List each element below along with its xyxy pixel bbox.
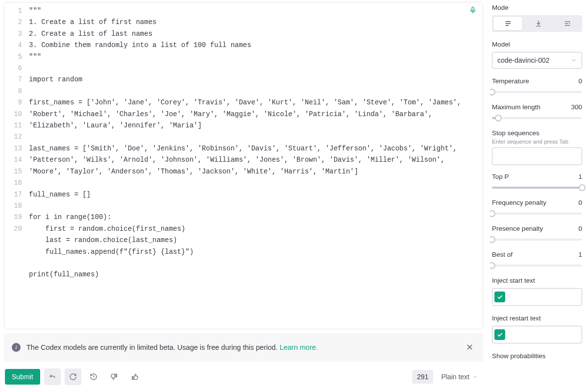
undo-button[interactable] [44,368,61,385]
token-count: 291 [412,370,433,384]
freq-slider[interactable] [492,210,582,217]
inject-restart-label: Inject restart text [492,315,582,322]
inject-start-checkbox[interactable] [494,292,505,302]
bestof-slider[interactable] [492,262,582,269]
thumbs-up-button[interactable] [126,368,143,385]
show-probabilities-label: Show probabilities [492,352,582,360]
bestof-param: Best of1 [492,251,582,269]
settings-sidebar: Mode Model code-davinci-002 Temperature0… [490,0,588,390]
thumbs-down-button[interactable] [106,368,122,385]
inject-start-row[interactable] [492,288,582,306]
inject-restart-input[interactable] [508,331,588,339]
temperature-param: Temperature0 [492,77,582,96]
info-banner: i The Codex models are currently in limi… [4,333,483,362]
temperature-slider[interactable] [492,89,582,96]
code-editor[interactable]: 1234567891011121314151617181920 """1. Cr… [4,2,483,329]
mode-toggle[interactable] [492,15,582,32]
freq-param: Frequency penalty0 [492,199,582,217]
maxlength-slider[interactable] [492,115,582,122]
learn-more-link[interactable]: Learn more. [280,343,318,351]
code-content[interactable]: """1. Create a list of first names2. Cre… [26,2,483,329]
inject-start-input[interactable] [508,293,588,301]
stop-param: Stop sequences Enter sequence and press … [492,129,582,165]
line-number-gutter: 1234567891011121314151617181920 [4,2,26,329]
submit-button[interactable]: Submit [5,369,40,385]
history-button[interactable] [85,368,102,385]
chevron-down-icon [472,374,478,380]
model-select[interactable]: code-davinci-002 [492,52,582,69]
pres-param: Presence penalty0 [492,225,582,243]
inject-start-label: Inject start text [492,277,582,284]
chevron-down-icon [571,57,577,63]
model-label: Model [492,41,582,48]
topp-param: Top P1 [492,173,582,191]
format-select[interactable]: Plain text [437,370,482,384]
mode-complete-icon[interactable] [493,17,522,30]
svg-rect-0 [472,7,474,11]
regenerate-button[interactable] [65,368,81,385]
mode-label: Mode [492,4,582,11]
mode-edit-icon[interactable] [553,15,582,32]
banner-text: The Codex models are currently in limite… [26,343,318,351]
microphone-icon[interactable] [469,6,477,16]
mode-insert-icon[interactable] [524,15,553,32]
stop-input[interactable] [492,147,582,165]
bottom-toolbar: Submit 291 Plain text [0,362,487,390]
inject-restart-row[interactable] [492,326,582,343]
inject-restart-checkbox[interactable] [494,329,505,340]
topp-slider[interactable] [492,184,582,191]
info-icon: i [12,343,21,352]
close-icon[interactable]: ✕ [464,340,475,355]
pres-slider[interactable] [492,236,582,243]
maxlength-param: Maximum length300 [492,103,582,122]
